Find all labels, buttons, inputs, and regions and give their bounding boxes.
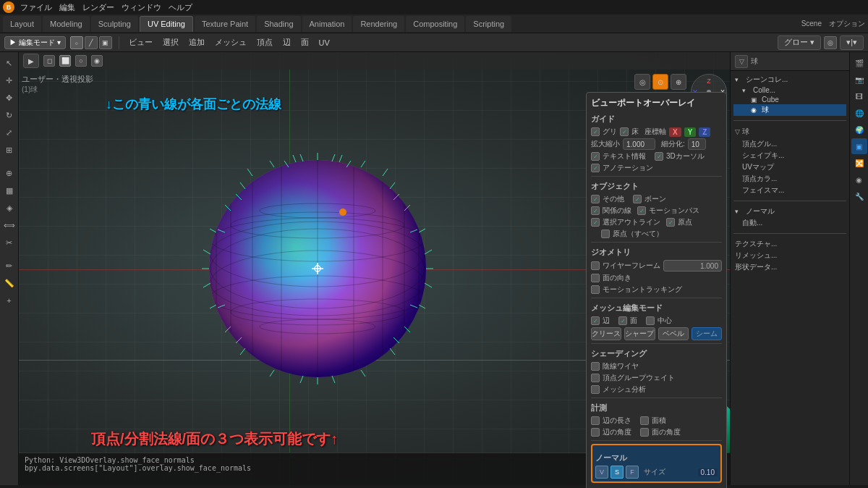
origins-checkbox[interactable] [666, 218, 675, 227]
modifier-props-icon[interactable]: 🔀 [851, 155, 867, 171]
tree-collection[interactable]: ▾ Colle... [733, 85, 846, 95]
transform-tool-icon[interactable]: ⊞ [1, 142, 17, 158]
tab-uv-editing[interactable]: UV Editing [140, 16, 193, 32]
edge-length-checkbox[interactable] [591, 416, 600, 425]
rotate-tool-icon[interactable]: ↻ [1, 107, 17, 123]
move-tool-icon[interactable]: ✥ [1, 90, 17, 106]
normals-size-value[interactable]: 0.10 [698, 468, 718, 476]
menu-help[interactable]: ヘルプ [166, 2, 195, 13]
axis-x-btn[interactable]: X [669, 127, 681, 137]
face-normal-btn[interactable]: F [626, 466, 639, 479]
world-props-icon[interactable]: 🌍 [851, 122, 867, 138]
menu-edit[interactable]: 編集 [56, 2, 78, 13]
view-menu[interactable]: ビュー [126, 37, 156, 48]
cursor-3d-checkbox[interactable] [655, 152, 663, 161]
tab-layout[interactable]: Layout [3, 16, 41, 32]
filter-icon[interactable]: ▽ [735, 55, 748, 68]
edge-angle-checkbox[interactable] [591, 428, 600, 437]
auto-smooth-item[interactable]: 自動... [733, 217, 846, 229]
mesh-menu[interactable]: メッシュ [212, 37, 250, 48]
viewport-shading-wire[interactable]: ◻ [43, 55, 55, 67]
axis-y-btn[interactable]: Y [684, 127, 697, 137]
bones-checkbox[interactable] [633, 195, 642, 203]
tab-animation[interactable]: Animation [302, 16, 352, 32]
face-menu[interactable]: 面 [298, 37, 312, 48]
add-menu[interactable]: 追加 [186, 37, 208, 48]
overlays-active-btn[interactable]: ⊙ [652, 74, 668, 90]
remesh-item[interactable]: リメッシュ... [733, 250, 846, 261]
scale-input[interactable] [623, 138, 655, 150]
vertex-groups-item[interactable]: 頂点グル... [733, 138, 846, 150]
hidden-wire-checkbox[interactable] [591, 362, 600, 371]
vertex-select-btn[interactable]: ⬦ [70, 36, 83, 49]
add-tool-icon[interactable]: + [1, 293, 17, 308]
loop-cut-tool-icon[interactable]: ⟺ [1, 217, 17, 233]
inset-tool-icon[interactable]: ▦ [1, 182, 17, 198]
shape-keys-item[interactable]: シェイプキ... [733, 150, 846, 161]
tab-compositing[interactable]: Compositing [406, 16, 464, 32]
normals-item[interactable]: ▾ ノーマル [733, 206, 846, 217]
tab-rendering[interactable]: Rendering [353, 16, 404, 32]
grid-checkbox[interactable] [591, 127, 600, 136]
mesh-face-checkbox[interactable] [618, 316, 627, 325]
menu-file[interactable]: ファイル [17, 2, 55, 13]
vertex-weight-checkbox[interactable] [591, 374, 600, 382]
tab-shading[interactable]: Shading [257, 16, 300, 32]
annotate-icon[interactable]: ✏ [1, 258, 17, 274]
tab-scripting[interactable]: Scripting [466, 16, 511, 32]
mesh-analysis-checkbox[interactable] [591, 385, 600, 394]
face-maps-item[interactable]: フェイスマ... [733, 185, 846, 196]
output-props-icon[interactable]: 📷 [851, 72, 867, 88]
subdiv-input[interactable] [688, 138, 706, 150]
split-normal-btn[interactable]: S [610, 466, 624, 479]
measure-tool-icon[interactable]: 📏 [1, 275, 17, 291]
vertex-normal-btn[interactable]: V [595, 466, 608, 479]
tab-modeling[interactable]: Modeling [43, 16, 90, 32]
floor-checkbox[interactable] [620, 127, 629, 136]
select-outline-checkbox[interactable] [591, 218, 600, 227]
viewport-view-btn[interactable]: ▶ [23, 54, 39, 68]
select-menu[interactable]: 選択 [160, 37, 182, 48]
tab-sculpting[interactable]: Sculpting [91, 16, 138, 32]
face-angle-checkbox[interactable] [640, 428, 649, 437]
viewport-shading-material[interactable]: ○ [75, 55, 87, 67]
edge-select-btn[interactable]: ╱ [85, 36, 98, 49]
scale-tool-icon[interactable]: ⤢ [1, 125, 17, 140]
knife-tool-icon[interactable]: ✂ [1, 235, 17, 251]
snap-button[interactable]: ▾|▾ [840, 35, 864, 50]
particles-props-icon[interactable]: ◉ [851, 172, 867, 188]
blender-logo-icon[interactable]: B [3, 1, 14, 13]
show-overlays-btn[interactable]: ◎ [634, 74, 650, 90]
face-orient-checkbox[interactable] [591, 274, 600, 282]
mesh-edge-checkbox[interactable] [591, 316, 600, 325]
view-layer-props-icon[interactable]: 🎞 [851, 88, 867, 104]
tree-cube[interactable]: ▣ Cube [733, 95, 846, 104]
select-tool-icon[interactable]: ↖ [1, 55, 17, 71]
text-info-checkbox[interactable] [591, 152, 600, 161]
other-checkbox[interactable] [591, 195, 600, 203]
uv-menu[interactable]: UV [316, 38, 333, 47]
mode-button[interactable]: ▶ 編集モード ▾ [4, 36, 66, 49]
motion-paths-checkbox[interactable] [637, 206, 646, 215]
menu-render[interactable]: レンダー [80, 2, 117, 13]
menu-window[interactable]: ウィンドウ [119, 2, 164, 13]
viewport-shading-solid[interactable]: ⬜ [59, 55, 71, 67]
wireframe-checkbox[interactable] [591, 261, 600, 270]
texture-item[interactable]: テクスチャ... [733, 238, 846, 250]
seam-btn[interactable]: シーム [692, 327, 722, 340]
object-data-props-icon[interactable]: ▣ [851, 138, 867, 154]
uv-map-item[interactable]: UVマップ [733, 161, 846, 173]
bevel-btn[interactable]: ベベル [658, 327, 689, 340]
face-area-checkbox[interactable] [640, 416, 649, 425]
glow-button[interactable]: グロー ▾ [778, 35, 821, 50]
motion-tracking-checkbox[interactable] [591, 285, 600, 294]
mesh-center-checkbox[interactable] [646, 316, 655, 325]
render-props-icon[interactable]: 🎬 [851, 55, 867, 71]
viewport-shading-rendered[interactable]: ◉ [91, 55, 103, 67]
proportional-edit-btn[interactable]: ◎ [824, 36, 837, 49]
edge-menu[interactable]: 辺 [280, 37, 294, 48]
extrude-tool-icon[interactable]: ⊕ [1, 165, 17, 181]
scene-props-icon[interactable]: 🌐 [851, 105, 867, 121]
tree-sphere[interactable]: ◉ 球 [733, 104, 846, 116]
face-select-btn[interactable]: ▣ [99, 36, 112, 49]
